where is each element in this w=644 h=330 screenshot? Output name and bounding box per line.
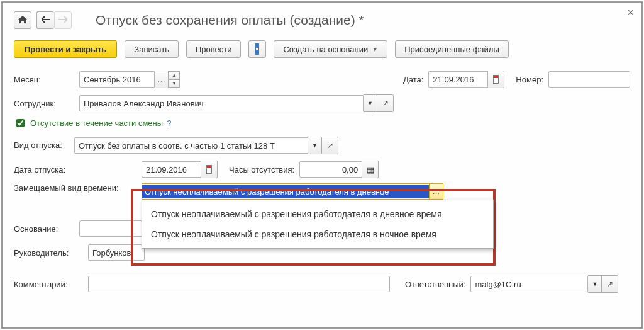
- leave-type-open[interactable]: [322, 137, 338, 154]
- replaced-time-input[interactable]: Отпуск неоплачиваемый с разрешения работ…: [142, 183, 443, 200]
- replaced-time-options: Отпуск неоплачиваемый с разрешения работ…: [142, 200, 494, 249]
- absence-hours-group: 0,00 ▦: [299, 161, 379, 178]
- employee-group: Привалов Александр Иванович ▼: [79, 94, 394, 112]
- structure-button[interactable]: [248, 40, 266, 58]
- create-based-label: Создать на основании: [283, 45, 368, 54]
- post-button[interactable]: Провести: [186, 40, 242, 58]
- toolbar: Провести и закрыть Записать Провести Соз…: [14, 31, 630, 69]
- row-leave-type: Вид отпуска: Отпуск без оплаты в соотв. …: [14, 135, 630, 156]
- open-icon: [327, 141, 333, 150]
- nav-buttons: [36, 11, 72, 29]
- home-icon: [18, 15, 28, 26]
- close-icon[interactable]: ×: [627, 6, 634, 20]
- create-based-button[interactable]: Создать на основании ▼: [274, 40, 387, 58]
- row-employee: Сотрудник: Привалов Александр Иванович ▼: [14, 93, 630, 113]
- leave-date-input[interactable]: 21.09.2016: [142, 161, 201, 178]
- leave-type-label: Вид отпуска:: [14, 140, 69, 151]
- responsible-dropdown[interactable]: ▼: [588, 275, 602, 293]
- titlebar: Отпуск без сохранения оплаты (создание) …: [14, 9, 630, 31]
- basis-label: Основание:: [14, 224, 74, 234]
- comment-input[interactable]: [88, 276, 390, 292]
- back-button[interactable]: [36, 11, 54, 29]
- open-icon: [382, 99, 389, 108]
- help-icon[interactable]: ?: [167, 118, 171, 128]
- date-group: 21.09.2016: [428, 71, 504, 88]
- attached-files-button[interactable]: Присоединенные файлы: [395, 40, 509, 58]
- dropdown-option[interactable]: Отпуск неоплачиваемый с разрешения работ…: [142, 204, 493, 224]
- page-title: Отпуск без сохранения оплаты (создание) …: [96, 13, 364, 28]
- home-button[interactable]: [14, 11, 31, 29]
- absence-hours-input[interactable]: 0,00: [299, 161, 362, 178]
- employee-label: Сотрудник:: [14, 99, 74, 108]
- absence-hours-calc[interactable]: ▦: [362, 161, 379, 178]
- responsible-group: malg@1C.ru ▼: [470, 275, 618, 293]
- forward-button[interactable]: [54, 11, 72, 29]
- employee-input[interactable]: Привалов Александр Иванович: [79, 95, 364, 111]
- manager-label: Руководитель:: [14, 248, 83, 258]
- list-icon: [256, 48, 258, 50]
- month-ellipsis[interactable]: …: [155, 71, 169, 88]
- leave-date-label: Дата отпуска:: [14, 165, 136, 174]
- responsible-label: Ответственный:: [405, 280, 465, 289]
- row-month-date: Месяц: Сентябрь 2016 … ▲ ▼ Дата: 21.09.2…: [14, 69, 630, 89]
- month-label: Месяц:: [14, 75, 74, 84]
- employee-open[interactable]: [377, 94, 394, 112]
- number-label: Номер:: [516, 75, 543, 84]
- calculator-icon: ▦: [367, 165, 374, 174]
- record-button[interactable]: Записать: [125, 40, 179, 58]
- absence-partial-label: Отсутствие в течение части смены: [30, 118, 163, 128]
- leave-date-cal[interactable]: [201, 161, 218, 178]
- month-input[interactable]: Сентябрь 2016: [79, 71, 155, 88]
- responsible-open[interactable]: [602, 275, 618, 293]
- employee-dropdown[interactable]: ▼: [364, 94, 377, 112]
- leave-type-dropdown[interactable]: ▼: [308, 137, 322, 154]
- calendar-icon: [206, 165, 212, 174]
- month-stepper[interactable]: ▲ ▼: [169, 71, 180, 88]
- replaced-time-selected: Отпуск неоплачиваемый с разрешения работ…: [142, 185, 429, 198]
- leave-type-group: Отпуск без оплаты в соотв. с частью 1 ст…: [74, 137, 338, 154]
- date-label: Дата:: [403, 75, 423, 84]
- number-input[interactable]: [548, 71, 630, 88]
- basis-input[interactable]: [79, 220, 142, 237]
- chevron-down-icon: ▼: [169, 79, 180, 88]
- replaced-time-dropdown[interactable]: Отпуск неоплачиваемый с разрешения работ…: [142, 183, 443, 200]
- leave-type-input[interactable]: Отпуск без оплаты в соотв. с частью 1 ст…: [74, 137, 308, 154]
- chevron-down-icon: ▼: [372, 46, 378, 53]
- absence-checkbox-input[interactable]: [16, 119, 25, 127]
- replaced-time-ellipsis[interactable]: …: [429, 184, 443, 199]
- absence-partial-checkbox[interactable]: Отсутствие в течение части смены ?: [14, 117, 171, 129]
- row-leave-date: Дата отпуска: 21.09.2016 Часы отсутствия…: [14, 159, 630, 179]
- row-replaced-time: Замещаемый вид времени: Отпуск неоплачив…: [14, 183, 630, 203]
- absence-hours-label: Часы отсутствия:: [229, 165, 294, 174]
- dropdown-option[interactable]: Отпуск неоплачиваемый с разрешения работ…: [142, 224, 493, 244]
- date-input[interactable]: 21.09.2016: [428, 71, 488, 88]
- save-close-button[interactable]: Провести и закрыть: [14, 40, 117, 58]
- comment-label: Комментарий:: [14, 280, 83, 289]
- chevron-down-icon: ▼: [312, 142, 318, 149]
- row-comment: Комментарий: Ответственный: malg@1C.ru ▼: [14, 274, 630, 294]
- arrow-left-icon: [42, 16, 50, 25]
- chevron-down-icon: ▼: [592, 281, 598, 287]
- manager-input[interactable]: Горбунков: [88, 244, 145, 261]
- month-group: Сентябрь 2016 … ▲ ▼: [79, 71, 180, 88]
- date-cal-button[interactable]: [488, 71, 504, 88]
- replaced-time-label: Замещаемый вид времени:: [14, 183, 136, 194]
- leave-date-group: 21.09.2016: [142, 161, 218, 178]
- open-icon: [607, 280, 613, 288]
- responsible-input[interactable]: malg@1C.ru: [470, 276, 588, 292]
- chevron-up-icon: ▲: [169, 71, 180, 79]
- arrow-right-icon: [58, 16, 67, 25]
- calendar-icon: [493, 75, 499, 84]
- document-window: × Отпуск без сохранения оплаты (создание…: [1, 1, 643, 329]
- chevron-down-icon: ▼: [367, 100, 373, 106]
